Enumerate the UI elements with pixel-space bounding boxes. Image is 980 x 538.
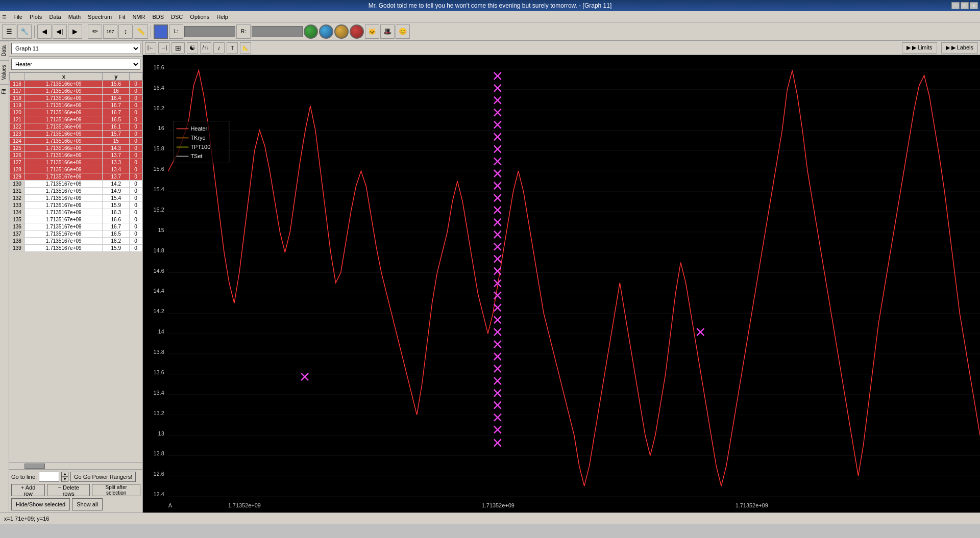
- graph-tb-btn-ruler[interactable]: 📐: [240, 42, 251, 54]
- table-row[interactable]: 1261.7135166e+0913.70: [10, 152, 142, 159]
- side-tab-values[interactable]: Values: [0, 60, 9, 84]
- goto-up-btn[interactable]: ▲: [61, 472, 68, 477]
- limits-button[interactable]: ▶ ▶ Limits: [902, 42, 937, 54]
- toolbar-btn-2[interactable]: 🔧: [17, 24, 32, 39]
- menu-bds[interactable]: BDS: [149, 13, 167, 21]
- globe-btn-4[interactable]: [350, 24, 364, 39]
- globe-btn-1[interactable]: [304, 24, 318, 39]
- graph-tb-btn-t[interactable]: T: [227, 42, 238, 54]
- delete-rows-button[interactable]: − Delete rows: [47, 484, 90, 496]
- show-all-button[interactable]: Show all: [72, 498, 103, 510]
- table-row[interactable]: 1371.7135167e+0916.50: [10, 230, 142, 238]
- table-row[interactable]: 1251.7135166e+0914.30: [10, 145, 142, 152]
- menu-file[interactable]: File: [10, 13, 26, 21]
- table-row[interactable]: 1291.7135167e+0913.70: [10, 173, 142, 181]
- data-table-container[interactable]: x y 1161.7135166e+0915.601171.7135166e+0…: [9, 72, 142, 462]
- toolbar-color-blue[interactable]: [154, 24, 168, 39]
- table-row[interactable]: 1361.7135167e+0916.70: [10, 223, 142, 230]
- toolbar-btn-arrow[interactable]: ↕: [118, 24, 133, 39]
- toolbar-btn-1[interactable]: ☰: [2, 24, 16, 39]
- toolbar-input-l[interactable]: [184, 26, 235, 37]
- table-row[interactable]: 1391.7135167e+0915.90: [10, 245, 142, 252]
- close-button[interactable]: ×: [970, 2, 978, 9]
- graph-canvas[interactable]: 16.6 16.4 16.2 16 15.8 15.6 15.4 15.2 15…: [143, 55, 980, 513]
- goto-input[interactable]: 1: [39, 472, 59, 482]
- toolbar-btn-measure[interactable]: 📏: [134, 24, 148, 39]
- table-row[interactable]: 1221.7135166e+0916.10: [10, 123, 142, 131]
- cell-y: 16.6: [103, 216, 130, 223]
- main-toolbar: ☰ 🔧 ◀ ◀| ▶ ✏ 197 ↕ 📏 L: R: 🐱 🎩 😊: [0, 22, 980, 41]
- cell-y: 15.6: [103, 81, 130, 88]
- graph-tb-btn-2[interactable]: →|: [158, 42, 169, 54]
- toolbar-btn-l[interactable]: L:: [169, 24, 183, 39]
- scrollbar-h[interactable]: [9, 462, 142, 469]
- graph-tb-btn-1[interactable]: |←: [145, 42, 156, 54]
- menu-options[interactable]: Options: [187, 13, 212, 21]
- table-row[interactable]: 1321.7135167e+0915.40: [10, 195, 142, 202]
- side-tab-fit[interactable]: Fit: [0, 84, 9, 98]
- cell-z: 0: [130, 188, 142, 195]
- toolbar-btn-r[interactable]: R:: [236, 24, 251, 39]
- labels-button[interactable]: ▶ ▶ Labels: [941, 42, 978, 54]
- menu-help[interactable]: Help: [213, 13, 231, 21]
- limits-arrow: ▶: [906, 44, 911, 51]
- table-row[interactable]: 1191.7135166e+0916.70: [10, 102, 142, 109]
- globe-btn-3[interactable]: [334, 24, 349, 39]
- toolbar-btn-prev2[interactable]: ◀|: [53, 24, 67, 39]
- table-row[interactable]: 1171.7135166e+09160: [10, 88, 142, 95]
- cell-y: 13.4: [103, 166, 130, 173]
- table-row[interactable]: 1241.7135166e+09150: [10, 138, 142, 145]
- table-row[interactable]: 1281.7135166e+0913.40: [10, 166, 142, 173]
- bottom-buttons: Hide/Show selected Show all: [11, 498, 140, 510]
- menu-dsc[interactable]: DSC: [168, 13, 186, 21]
- table-row[interactable]: 1181.7135166e+0916.40: [10, 95, 142, 102]
- cell-z: 0: [130, 102, 142, 109]
- menu-spectrum[interactable]: Spectrum: [85, 13, 115, 21]
- toolbar-btn-hat[interactable]: 🎩: [380, 24, 395, 39]
- graph-tb-btn-slash[interactable]: /↑↓: [200, 42, 211, 54]
- table-row[interactable]: 1231.7135166e+0915.70: [10, 131, 142, 138]
- cell-z: 0: [130, 181, 142, 188]
- table-row[interactable]: 1351.7135167e+0916.60: [10, 216, 142, 223]
- table-row[interactable]: 1211.7135166e+0916.50: [10, 116, 142, 123]
- toolbar-btn-next[interactable]: ▶: [68, 24, 82, 39]
- toolbar-input-r[interactable]: [252, 26, 303, 37]
- menu-data[interactable]: Data: [46, 13, 64, 21]
- toolbar-btn-pic[interactable]: 🐱: [365, 24, 379, 39]
- side-tab-data[interactable]: Data: [0, 41, 9, 60]
- goto-button[interactable]: Go Go Power Rangers!: [70, 472, 136, 482]
- menu-nmr[interactable]: NMR: [129, 13, 148, 21]
- toolbar-btn-draw[interactable]: ✏: [88, 24, 102, 39]
- toolbar-btn-face[interactable]: 😊: [396, 24, 410, 39]
- graph-tb-btn-yin[interactable]: ☯: [187, 42, 198, 54]
- table-row[interactable]: 1301.7135167e+0914.20: [10, 181, 142, 188]
- toolbar-btn-num[interactable]: 197: [103, 24, 117, 39]
- graph-toolbar: |← →| ⊞ ☯ /↑↓ i T 📐 ▶ ▶ Limits ▶ ▶ Label…: [143, 41, 980, 55]
- table-row[interactable]: 1331.7135167e+0915.90: [10, 202, 142, 209]
- graph-tb-btn-i[interactable]: i: [213, 42, 225, 54]
- minimize-button[interactable]: −: [951, 2, 960, 9]
- table-row[interactable]: 1381.7135167e+0916.20: [10, 238, 142, 245]
- table-row[interactable]: 1311.7135167e+0914.90: [10, 188, 142, 195]
- toolbar-btn-prev[interactable]: ◀: [37, 24, 52, 39]
- hamburger-menu[interactable]: ≡: [2, 13, 6, 21]
- table-row[interactable]: 1341.7135167e+0916.30: [10, 209, 142, 216]
- graph-tb-btn-grid[interactable]: ⊞: [172, 42, 185, 54]
- cell-z: 0: [130, 95, 142, 102]
- table-row[interactable]: 1201.7135166e+0916.70: [10, 109, 142, 116]
- add-row-button[interactable]: + Add row: [11, 484, 45, 496]
- goto-down-btn[interactable]: ▼: [61, 477, 68, 482]
- menu-math[interactable]: Math: [65, 13, 84, 21]
- globe-btn-2[interactable]: [319, 24, 333, 39]
- title-bar-buttons[interactable]: − □ ×: [951, 2, 978, 9]
- svg-text:13.6: 13.6: [153, 369, 164, 375]
- table-row[interactable]: 1161.7135166e+0915.60: [10, 81, 142, 88]
- maximize-button[interactable]: □: [961, 2, 969, 9]
- table-row[interactable]: 1271.7135166e+0913.30: [10, 159, 142, 166]
- split-after-button[interactable]: Split after selection: [92, 484, 140, 496]
- graph-dropdown[interactable]: Graph 11: [11, 43, 140, 54]
- dataset-dropdown[interactable]: Heater: [11, 59, 140, 70]
- hide-show-button[interactable]: Hide/Show selected: [11, 498, 70, 510]
- menu-plots[interactable]: Plots: [27, 13, 45, 21]
- menu-fit[interactable]: Fit: [116, 13, 128, 21]
